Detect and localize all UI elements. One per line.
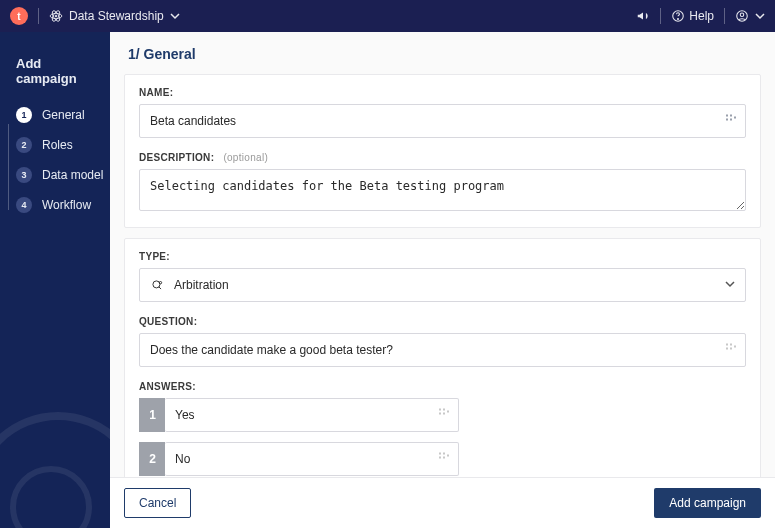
svg-rect-25 bbox=[439, 453, 441, 455]
app-switcher[interactable]: Data Stewardship bbox=[49, 9, 180, 23]
name-input[interactable]: Beta candidates bbox=[139, 104, 746, 138]
svg-rect-26 bbox=[443, 453, 445, 455]
smart-icon[interactable] bbox=[725, 343, 737, 358]
answer-number: 1 bbox=[139, 398, 165, 432]
topbar: t Data Stewardship Help bbox=[0, 0, 775, 32]
svg-rect-9 bbox=[730, 115, 732, 117]
help-icon bbox=[671, 9, 685, 23]
svg-rect-8 bbox=[726, 115, 728, 117]
answer-input[interactable]: No bbox=[165, 442, 459, 476]
name-label: NAME: bbox=[139, 87, 746, 98]
atom-icon bbox=[49, 9, 63, 23]
user-icon bbox=[735, 9, 749, 23]
section-title: 1/ General bbox=[124, 32, 761, 74]
step-roles[interactable]: 2 Roles bbox=[16, 130, 110, 160]
step-data-model[interactable]: 3 Data model bbox=[16, 160, 110, 190]
question-input[interactable]: Does the candidate make a good beta test… bbox=[139, 333, 746, 367]
content: 1/ General NAME: Beta candidates DESCRIP… bbox=[110, 32, 775, 528]
svg-rect-17 bbox=[726, 348, 728, 350]
panel-definition: TYPE: Arbitration QUESTION: Does the can… bbox=[124, 238, 761, 477]
answer-row: 2 No bbox=[139, 442, 459, 476]
megaphone-icon[interactable] bbox=[636, 9, 650, 23]
svg-rect-10 bbox=[726, 119, 728, 121]
chevron-down-icon bbox=[170, 11, 180, 21]
step-label: General bbox=[42, 108, 85, 122]
svg-rect-19 bbox=[734, 346, 736, 348]
answer-row: 1 Yes bbox=[139, 398, 459, 432]
svg-rect-15 bbox=[726, 344, 728, 346]
svg-rect-27 bbox=[439, 457, 441, 459]
submit-button[interactable]: Add campaign bbox=[654, 488, 761, 518]
type-icon bbox=[150, 278, 164, 292]
svg-rect-24 bbox=[447, 411, 449, 413]
svg-rect-16 bbox=[730, 344, 732, 346]
svg-point-7 bbox=[740, 13, 744, 17]
svg-point-14 bbox=[159, 282, 161, 284]
divider bbox=[38, 8, 39, 24]
description-textarea[interactable] bbox=[139, 169, 746, 211]
type-value: Arbitration bbox=[174, 278, 229, 292]
svg-rect-20 bbox=[439, 409, 441, 411]
svg-point-5 bbox=[678, 18, 679, 19]
svg-rect-23 bbox=[443, 413, 445, 415]
wizard-steps: 1 General 2 Roles 3 Data model 4 Workflo… bbox=[0, 100, 110, 220]
svg-rect-29 bbox=[447, 455, 449, 457]
svg-rect-11 bbox=[730, 119, 732, 121]
sidebar: Add campaign 1 General 2 Roles 3 Data mo… bbox=[0, 32, 110, 528]
answer-number: 2 bbox=[139, 442, 165, 476]
step-general[interactable]: 1 General bbox=[16, 100, 110, 130]
type-label: TYPE: bbox=[139, 251, 746, 262]
divider bbox=[724, 8, 725, 24]
step-label: Data model bbox=[42, 168, 103, 182]
step-label: Workflow bbox=[42, 198, 91, 212]
smart-icon[interactable] bbox=[438, 408, 450, 423]
answer-input[interactable]: Yes bbox=[165, 398, 459, 432]
app-title: Data Stewardship bbox=[69, 9, 164, 23]
svg-rect-18 bbox=[730, 348, 732, 350]
type-select[interactable]: Arbitration bbox=[139, 268, 746, 302]
footer: Cancel Add campaign bbox=[110, 477, 775, 528]
question-label: QUESTION: bbox=[139, 316, 746, 327]
svg-rect-21 bbox=[443, 409, 445, 411]
chevron-down-icon bbox=[755, 11, 765, 21]
divider bbox=[660, 8, 661, 24]
svg-rect-12 bbox=[734, 117, 736, 119]
answers-list: 1 Yes 2 No bbox=[139, 398, 746, 477]
svg-point-3 bbox=[55, 15, 57, 17]
svg-rect-22 bbox=[439, 413, 441, 415]
panel-identity: NAME: Beta candidates DESCRIPTION: (opti… bbox=[124, 74, 761, 228]
user-menu[interactable] bbox=[735, 9, 765, 23]
smart-icon[interactable] bbox=[438, 452, 450, 467]
help-button[interactable]: Help bbox=[671, 9, 714, 23]
cancel-button[interactable]: Cancel bbox=[124, 488, 191, 518]
step-workflow[interactable]: 4 Workflow bbox=[16, 190, 110, 220]
answers-label: ANSWERS: bbox=[139, 381, 746, 392]
smart-icon[interactable] bbox=[725, 114, 737, 129]
svg-rect-28 bbox=[443, 457, 445, 459]
brand-logo[interactable]: t bbox=[10, 7, 28, 25]
description-label: DESCRIPTION: (optional) bbox=[139, 152, 746, 163]
sidebar-title: Add campaign bbox=[0, 46, 110, 100]
step-label: Roles bbox=[42, 138, 73, 152]
chevron-down-icon bbox=[725, 278, 735, 292]
